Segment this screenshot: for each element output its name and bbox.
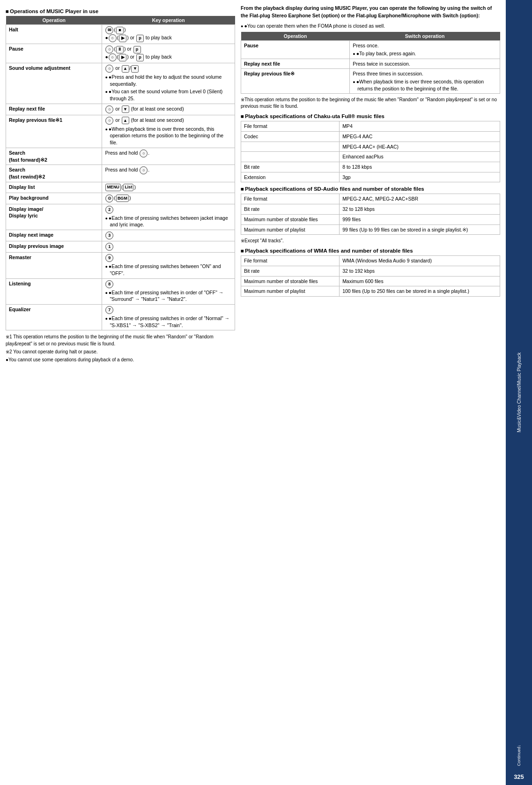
img-bullet1: ●Each time of pressing switches between … [105, 215, 232, 228]
chaku-ext-val: 3gp [340, 172, 500, 182]
table-row: Maximum number of playlist 99 files (Up … [241, 224, 500, 235]
table-row: Halt ✉(■) ●○(▶) or p to play back [6, 25, 235, 44]
key-next-img: 3 [102, 230, 235, 241]
table-row: Search(fast rewind)※2 Press and hold ○. [6, 165, 235, 182]
sd-playlist-val: 99 files (Up to 99 files can be stored i… [340, 224, 500, 235]
spec-wma-header: Playback specifications of WMA files and… [241, 248, 500, 254]
wma-maxfiles-label: Maximum number of storable files [241, 276, 340, 286]
op-listening: Listening [6, 278, 102, 304]
main-content: Operations of MUSIC Player in use Operat… [0, 0, 506, 785]
switch-action-pause: Press once. ●To play back, press again. [350, 41, 500, 59]
spec-sd-header: Playback specifications of SD-Audio file… [241, 186, 500, 192]
next-key: ○ [105, 105, 113, 113]
pause-sw-bullet: ●To play back, press again. [353, 50, 497, 57]
chaku-format-label: File format [241, 121, 340, 132]
sidebar-label: Music&Video Channel/Music Playback [516, 352, 522, 432]
chaku-bitrate-label: Bit rate [241, 162, 340, 172]
footnote-1: ※1 This operation returns the position t… [6, 333, 235, 347]
col-header-operation: Operation [6, 16, 102, 25]
switch-action-next: Press twice in succession. [350, 59, 500, 69]
table-row: Bit rate 32 to 128 kbps [241, 204, 500, 215]
table-row: Replay next file Press twice in successi… [241, 59, 500, 69]
p-key3: p [136, 54, 144, 61]
sd-maxfiles-val: 999 files [340, 214, 500, 224]
table-row: Bit rate 8 to 128 kbps [241, 162, 500, 172]
chaku-codec-empty [241, 142, 340, 152]
table-row: Extension 3gp [241, 172, 500, 182]
key-halt: ✉(■) ●○(▶) or p to play back [102, 25, 235, 44]
key-prev-img: 1 [102, 241, 235, 253]
key-equalizer: 7 ●Each time of pressing switches in ord… [102, 304, 235, 330]
key8: 8 [105, 280, 113, 288]
key1: 1 [105, 243, 113, 251]
key9: 9 [105, 254, 113, 262]
op-search-ff: Search(fast forward)※2 [6, 148, 102, 164]
right-intro-sub: ●You can operate them when the FOMA phon… [241, 22, 500, 30]
wma-playlist-val: 100 files (Up to 250 files can be stored… [340, 286, 500, 297]
table-row: Replay next file ○ or ▼ (for at least on… [6, 104, 235, 115]
key-play-bg: ⊙(BGM) [102, 193, 235, 204]
eq-bullet1: ●Each time of pressing switches in order… [105, 315, 232, 329]
operations-table: Operation Key operation Halt ✉(■) ●○(▶) … [6, 16, 235, 330]
prev-key: ○ [105, 117, 113, 125]
switch-op-pause: Pause [241, 41, 350, 59]
switch-col-op: Operation [241, 32, 350, 41]
key-remaster: 9 ●Each time of pressing switches betwee… [102, 253, 235, 278]
menu-key: MENU [105, 184, 121, 191]
op-sound-vol: Sound volume adjustment [6, 63, 102, 104]
key-search-fr: Press and hold ○. [102, 165, 235, 182]
sd-format-label: File format [241, 194, 340, 204]
op-display-img: Display image/Display lyric [6, 204, 102, 230]
list-key: List [123, 184, 133, 191]
vol-key: ○ [105, 65, 113, 73]
right-intro-title: From the playback display during using M… [241, 5, 500, 20]
op-replay-prev: Replay previous file※1 [6, 115, 102, 148]
prev-bullet1: ●When playback time is over three second… [105, 126, 232, 146]
key7: 7 [105, 306, 113, 314]
p-key2: p [133, 46, 141, 53]
table-row: Maximum number of playlist 100 files (Up… [241, 286, 500, 297]
left-column: Operations of MUSIC Player in use Operat… [6, 5, 235, 363]
switch-action-prev: Press three times in succession. ●When p… [350, 69, 500, 94]
key-search-ff: Press and hold ○. [102, 148, 235, 164]
play-icon: ▶ [119, 35, 126, 42]
table-row: Replay previous file※1 ○ or ▲ (for at le… [6, 115, 235, 148]
cam-key: ⊙ [105, 194, 113, 202]
op-display-next-img: Display next image [6, 230, 102, 241]
footnote-2: ※2 You cannot operate during halt or pau… [6, 348, 235, 355]
listening-bullet1: ●Each time of pressing switches in order… [105, 289, 232, 303]
fr-key: ○ [140, 166, 148, 174]
op-remaster: Remaster [6, 253, 102, 278]
key2: 2 [105, 206, 113, 214]
wma-bitrate-label: Bit rate [241, 266, 340, 276]
sidebar-continued: Continued↓ [517, 745, 521, 766]
switch-op-next: Replay next file [241, 59, 350, 69]
table-row: File format MP4 [241, 121, 500, 132]
table-row: MPEG-4 AAC+ (HE-AAC) [241, 142, 500, 152]
table-row: Enhanced aacPlus [241, 152, 500, 162]
wma-maxfiles-val: Maximum 600 files [340, 276, 500, 286]
table-row: File format WMA (Windows Media Audio 9 s… [241, 256, 500, 266]
remaster-bullet1: ●Each time of pressing switches between … [105, 263, 232, 277]
table-row: Display previous image 1 [6, 241, 235, 253]
two-column-layout: Operations of MUSIC Player in use Operat… [6, 5, 500, 363]
left-footnotes: ※1 This operation returns the position t… [6, 333, 235, 363]
op-play-bg: Play background [6, 193, 102, 204]
halt-icon: ■ [116, 27, 124, 34]
wma-format-val: WMA (Windows Media Audio 9 standard) [340, 256, 500, 266]
sd-bitrate-label: Bit rate [241, 204, 340, 215]
table-row: Listening 8 ●Each time of pressing switc… [6, 278, 235, 304]
table-row: Equalizer 7 ●Each time of pressing switc… [6, 304, 235, 330]
spec-chaku-table: File format MP4 Codec MPEG-4 AAC MPEG-4 … [241, 121, 500, 182]
table-row: Pause Press once. ●To play back, press a… [241, 41, 500, 59]
table-row: File format MPEG-2 AAC, MPEG-2 AAC+SBR [241, 194, 500, 204]
table-row: Maximum number of storable files 999 fil… [241, 214, 500, 224]
play-icon2: ▶ [119, 54, 126, 61]
left-section-header: Operations of MUSIC Player in use [6, 8, 235, 14]
spec-chaku-header: Playback specifications of Chaku-uta Ful… [241, 113, 500, 119]
vol-bullet2: ●You can set the sound volume from Level… [105, 88, 232, 102]
table-row: Replay previous file※ Press three times … [241, 69, 500, 94]
table-row: Display list MENU(List) [6, 182, 235, 193]
sidebar-right: Music&Video Channel/Music Playback Conti… [506, 0, 532, 785]
spec-wma-table: File format WMA (Windows Media Audio 9 s… [241, 255, 500, 297]
